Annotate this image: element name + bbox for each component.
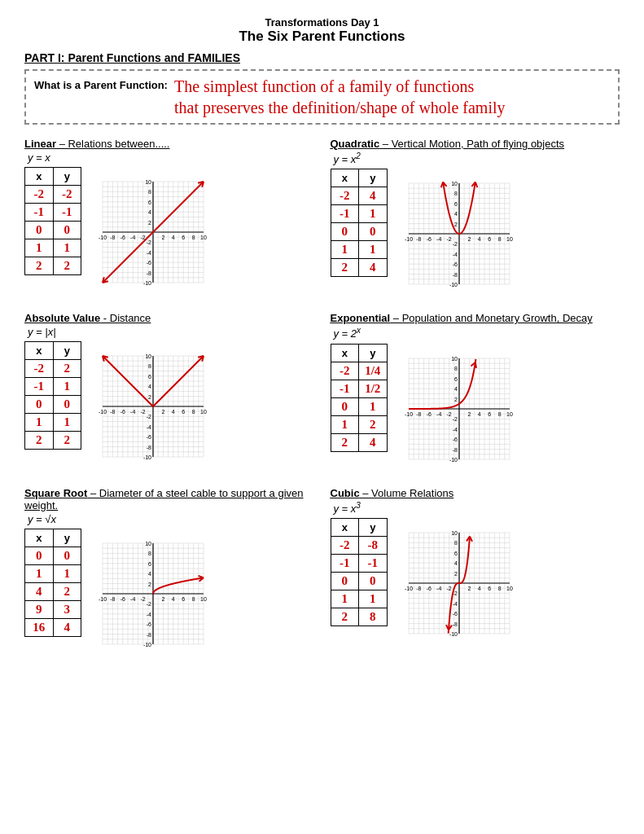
table-cell: 1: [53, 564, 81, 582]
table-row: 12: [331, 415, 387, 433]
table-cell: 1: [359, 205, 388, 223]
table-cell: 4: [359, 187, 388, 205]
table-cell: 0: [53, 546, 81, 564]
table-cell: 1: [25, 564, 54, 582]
table-row: 11: [25, 564, 81, 582]
function-title-square_root: Square Root – Diameter of a steel cable …: [24, 487, 314, 511]
table-header-x: x: [331, 169, 359, 187]
table-cell: -8: [359, 536, 388, 554]
table-header-y: y: [53, 168, 81, 186]
table-cell: 1: [53, 239, 81, 257]
table-cell: 0: [25, 546, 54, 564]
table-row: 11: [331, 590, 387, 608]
table-cell: -2: [331, 536, 359, 554]
table-cell: 1: [331, 241, 359, 259]
table-row: -2-8: [331, 536, 387, 554]
table-cell: 1: [359, 241, 388, 259]
main-title: The Six Parent Functions: [24, 29, 620, 45]
table-cell: 4: [25, 582, 54, 600]
table-cell: -2: [331, 362, 359, 380]
table-header-y: y: [53, 529, 81, 546]
table-cell: 0: [53, 222, 81, 239]
table-cell: 4: [53, 618, 81, 636]
parent-def-label: What is a Parent Function:: [34, 79, 168, 91]
graph-exponential: [394, 344, 524, 474]
table-cell: 0: [359, 223, 388, 241]
table-cell: 0: [331, 397, 359, 415]
function-content-quadratic: xy-24-11001124: [331, 169, 620, 299]
table-row: -11: [331, 205, 387, 223]
table-row: -2-2: [25, 186, 81, 204]
table-row: 11: [25, 414, 81, 432]
table-cell: -1: [331, 554, 359, 572]
function-content-cubic: xy-2-8-1-1001128: [331, 518, 620, 648]
table-cell: 2: [25, 432, 54, 450]
function-block-linear: Linear – Relations between.....y = xxy-2…: [24, 138, 314, 299]
function-content-absolute_value: xy-22-11001122: [24, 341, 314, 472]
table-cell: 8: [359, 608, 388, 626]
table-row: -1-1: [331, 554, 387, 572]
table-cell: 0: [359, 572, 388, 590]
data-table-cubic: xy-2-8-1-1001128: [331, 518, 388, 626]
function-block-quadratic: Quadratic – Vertical Motion, Path of fly…: [331, 138, 620, 299]
table-row: 00: [25, 546, 81, 564]
function-equation-exponential: y = 2x: [334, 326, 620, 340]
function-equation-square_root: y = √x: [28, 513, 314, 525]
table-cell: 1: [359, 590, 388, 608]
table-cell: 16: [25, 618, 54, 636]
function-title-quadratic: Quadratic – Vertical Motion, Path of fly…: [331, 138, 620, 150]
function-equation-linear: y = x: [28, 151, 314, 164]
table-row: 00: [331, 223, 387, 241]
table-cell: 2: [331, 608, 359, 626]
data-table-exponential: xy-21/4-11/2011224: [331, 344, 388, 452]
table-row: 00: [25, 396, 81, 414]
table-cell: 1: [53, 414, 81, 432]
parent-def-text: The simplest function of a family of fun…: [174, 76, 506, 118]
table-header-y: y: [359, 518, 388, 536]
function-equation-quadratic: y = x2: [334, 151, 620, 165]
table-row: 22: [25, 432, 81, 450]
table-cell: -2: [331, 187, 359, 205]
table-cell: 1: [331, 590, 359, 608]
function-block-square_root: Square Root – Diameter of a steel cable …: [24, 487, 314, 659]
data-table-quadratic: xy-24-11001124: [331, 169, 388, 277]
data-table-linear: xy-2-2-1-1001122: [24, 167, 81, 275]
table-cell: 1: [25, 414, 54, 432]
table-row: 00: [331, 572, 387, 590]
table-cell: 1/4: [359, 362, 388, 380]
table-header-x: x: [25, 168, 54, 186]
table-cell: -1: [331, 380, 359, 397]
function-title-exponential: Exponential – Population and Monetary Gr…: [331, 312, 620, 324]
def-line2: that preserves the definition/shape of w…: [174, 97, 506, 118]
table-cell: 1: [53, 378, 81, 396]
table-cell: 1/2: [359, 380, 388, 397]
table-header-x: x: [331, 518, 359, 536]
graph-cubic: [394, 518, 524, 648]
graph-square_root: [88, 529, 218, 659]
table-row: 164: [25, 618, 81, 636]
table-row: -22: [25, 360, 81, 378]
table-row: -11: [25, 378, 81, 396]
table-row: -1-1: [25, 204, 81, 222]
table-cell: 0: [25, 222, 54, 239]
def-line1: The simplest function of a family of fun…: [174, 76, 506, 97]
data-table-absolute_value: xy-22-11001122: [24, 341, 81, 450]
table-cell: 0: [25, 396, 54, 414]
function-title-cubic: Cubic – Volume Relations: [331, 487, 620, 499]
table-cell: -2: [25, 360, 54, 378]
table-cell: 1: [331, 415, 359, 433]
table-row: 00: [25, 222, 81, 239]
part-header: PART I: Parent Functions and FAMILIES: [24, 51, 620, 64]
table-cell: -1: [359, 554, 388, 572]
subtitle: Transformations Day 1: [24, 16, 620, 29]
table-header-y: y: [359, 344, 388, 362]
table-cell: 4: [359, 259, 388, 277]
table-cell: 2: [53, 582, 81, 600]
table-cell: 2: [53, 432, 81, 450]
table-cell: 2: [331, 259, 359, 277]
function-equation-absolute_value: y = |x|: [28, 326, 314, 338]
table-row: 42: [25, 582, 81, 600]
parent-def-box: What is a Parent Function: The simplest …: [24, 69, 620, 125]
page-title-container: Transformations Day 1 The Six Parent Fun…: [24, 16, 620, 45]
table-cell: 2: [331, 433, 359, 451]
